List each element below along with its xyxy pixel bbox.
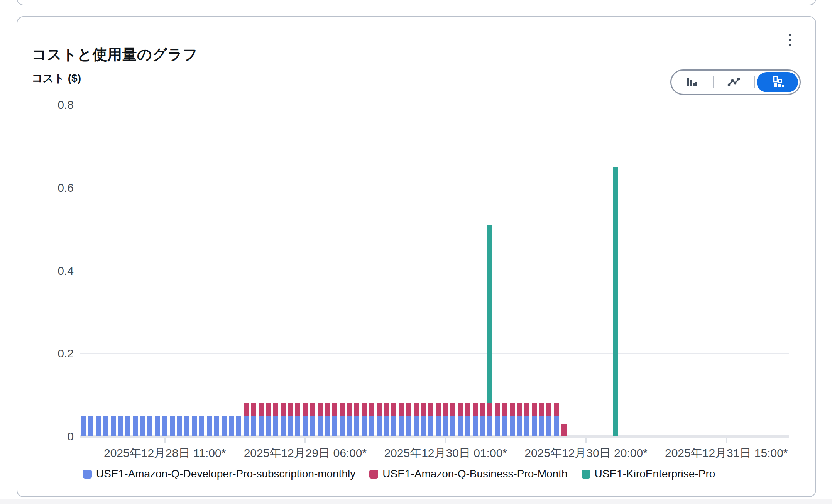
bar-segment[interactable] (421, 403, 426, 416)
bar-segment[interactable] (147, 416, 152, 436)
bar-segment[interactable] (546, 403, 551, 416)
legend-item[interactable]: USE1-Amazon-Q-Business-Pro-Month (369, 468, 567, 480)
bar-segment[interactable] (318, 403, 323, 416)
bar-segment[interactable] (236, 416, 241, 436)
bar-segment[interactable] (295, 403, 300, 416)
bar-segment[interactable] (140, 416, 145, 436)
bar-segment[interactable] (88, 416, 93, 436)
chart-type-stacked-bar-button[interactable] (757, 72, 798, 92)
bar-segment[interactable] (259, 403, 264, 416)
bar-segment[interactable] (118, 416, 123, 436)
bar-segment[interactable] (443, 403, 448, 416)
bar-segment[interactable] (347, 403, 352, 416)
bar-segment[interactable] (487, 225, 492, 403)
bar-segment[interactable] (354, 403, 359, 416)
bar-segment[interactable] (450, 416, 455, 436)
bar-segment[interactable] (266, 403, 271, 416)
bar-segment[interactable] (332, 403, 337, 416)
bar-segment[interactable] (414, 416, 419, 436)
bar-segment[interactable] (384, 416, 389, 436)
bar-segment[interactable] (391, 403, 396, 416)
bar-segment[interactable] (450, 403, 455, 416)
bar-segment[interactable] (133, 416, 138, 436)
bar-segment[interactable] (177, 416, 182, 436)
bar-segment[interactable] (443, 416, 448, 436)
bar-segment[interactable] (362, 416, 367, 436)
bar-segment[interactable] (561, 424, 567, 436)
bar-segment[interactable] (421, 416, 426, 436)
bar-segment[interactable] (428, 416, 433, 436)
bar-segment[interactable] (192, 416, 197, 436)
bar-segment[interactable] (473, 416, 478, 436)
bar-segment[interactable] (517, 416, 522, 436)
bar-segment[interactable] (207, 416, 212, 436)
bar-segment[interactable] (244, 403, 249, 416)
bar-segment[interactable] (539, 416, 544, 436)
bar-segment[interactable] (399, 416, 404, 436)
bar-segment[interactable] (399, 403, 404, 416)
bar-segment[interactable] (310, 403, 315, 416)
bar-segment[interactable] (318, 416, 323, 436)
bar-segment[interactable] (554, 416, 559, 436)
bar-segment[interactable] (465, 403, 470, 416)
bar-segment[interactable] (532, 416, 537, 436)
bar-segment[interactable] (310, 416, 315, 436)
bar-segment[interactable] (377, 403, 382, 416)
bar-segment[interactable] (273, 416, 278, 436)
bar-segment[interactable] (436, 416, 441, 436)
bar-segment[interactable] (480, 416, 485, 436)
bar-segment[interactable] (510, 416, 515, 436)
bar-segment[interactable] (524, 403, 529, 416)
bar-segment[interactable] (384, 403, 389, 416)
bar-segment[interactable] (303, 403, 308, 416)
bar-segment[interactable] (524, 416, 529, 436)
bar-segment[interactable] (295, 416, 300, 436)
bar-segment[interactable] (162, 416, 167, 436)
bar-segment[interactable] (340, 416, 345, 436)
bar-segment[interactable] (184, 416, 189, 436)
bar-segment[interactable] (229, 416, 234, 436)
bar-segment[interactable] (325, 403, 330, 416)
bar-segment[interactable] (325, 416, 330, 436)
bar-segment[interactable] (473, 403, 478, 416)
bar-segment[interactable] (266, 416, 271, 436)
bar-segment[interactable] (288, 416, 293, 436)
bar-segment[interactable] (273, 403, 278, 416)
bar-segment[interactable] (480, 403, 485, 416)
bar-segment[interactable] (155, 416, 160, 436)
bar-segment[interactable] (103, 416, 108, 436)
bar-segment[interactable] (554, 403, 559, 416)
bar-segment[interactable] (362, 403, 367, 416)
bar-segment[interactable] (539, 403, 544, 416)
bar-segment[interactable] (532, 403, 537, 416)
bar-segment[interactable] (281, 416, 286, 436)
bar-segment[interactable] (502, 403, 507, 416)
bar-segment[interactable] (251, 403, 256, 416)
bar-segment[interactable] (354, 416, 359, 436)
bar-segment[interactable] (369, 416, 374, 436)
bar-segment[interactable] (303, 416, 308, 436)
bar-segment[interactable] (281, 403, 286, 416)
bar-segment[interactable] (487, 416, 492, 436)
chart-type-line-button[interactable] (714, 71, 755, 94)
bar-segment[interactable] (510, 403, 515, 416)
bar-segment[interactable] (81, 416, 86, 436)
bar-segment[interactable] (495, 416, 500, 436)
bar-segment[interactable] (487, 403, 492, 416)
bar-segment[interactable] (406, 403, 411, 416)
bar-segment[interactable] (428, 403, 433, 416)
legend-item[interactable]: USE1-KiroEnterprise-Pro (582, 468, 715, 480)
chart-type-bar-button[interactable] (671, 71, 713, 94)
bar-segment[interactable] (96, 416, 101, 436)
legend-item[interactable]: USE1-Amazon-Q-Developer-Pro-subscription… (83, 468, 355, 480)
bar-segment[interactable] (125, 416, 130, 436)
bar-segment[interactable] (199, 416, 204, 436)
bar-segment[interactable] (347, 416, 352, 436)
bar-segment[interactable] (111, 416, 116, 436)
bar-segment[interactable] (465, 416, 470, 436)
bar-segment[interactable] (391, 416, 396, 436)
bar-segment[interactable] (495, 403, 500, 416)
bar-segment[interactable] (244, 416, 249, 436)
bar-segment[interactable] (458, 403, 463, 416)
bar-segment[interactable] (377, 416, 382, 436)
